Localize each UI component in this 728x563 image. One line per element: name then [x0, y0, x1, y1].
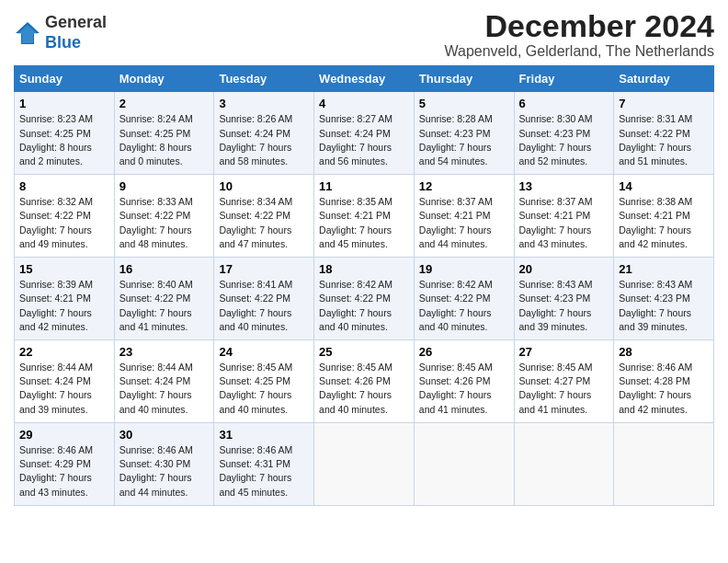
day-number: 7	[619, 97, 709, 110]
calendar-cell: 21 Sunrise: 8:43 AM Sunset: 4:23 PM Dayl…	[614, 258, 714, 340]
svg-marker-1	[17, 25, 38, 43]
day-number: 29	[19, 428, 109, 442]
day-info: Sunrise: 8:44 AM Sunset: 4:24 PM Dayligh…	[119, 361, 210, 417]
day-number: 3	[219, 97, 309, 110]
weekday-header-row: SundayMondayTuesdayWednesdayThursdayFrid…	[15, 66, 714, 92]
calendar-cell: 31 Sunrise: 8:46 AM Sunset: 4:31 PM Dayl…	[214, 422, 314, 505]
day-number: 26	[419, 345, 509, 359]
day-info: Sunrise: 8:33 AM Sunset: 4:22 PM Dayligh…	[119, 195, 210, 251]
day-info: Sunrise: 8:43 AM Sunset: 4:23 PM Dayligh…	[619, 278, 709, 334]
day-info: Sunrise: 8:45 AM Sunset: 4:25 PM Dayligh…	[219, 361, 309, 417]
logo-text: General Blue	[45, 13, 107, 52]
calendar-week-0: 1 Sunrise: 8:23 AM Sunset: 4:25 PM Dayli…	[15, 92, 714, 175]
weekday-thursday: Thursday	[414, 66, 514, 92]
day-number: 25	[319, 345, 409, 359]
day-number: 22	[19, 345, 109, 359]
day-info: Sunrise: 8:34 AM Sunset: 4:22 PM Dayligh…	[219, 195, 309, 251]
calendar-cell: 7 Sunrise: 8:31 AM Sunset: 4:22 PM Dayli…	[614, 92, 714, 175]
day-info: Sunrise: 8:43 AM Sunset: 4:23 PM Dayligh…	[519, 278, 609, 334]
day-info: Sunrise: 8:27 AM Sunset: 4:24 PM Dayligh…	[319, 112, 409, 168]
day-info: Sunrise: 8:45 AM Sunset: 4:26 PM Dayligh…	[319, 361, 409, 417]
calendar-cell: 15 Sunrise: 8:39 AM Sunset: 4:21 PM Dayl…	[15, 258, 115, 340]
page-header: General Blue December 2024 Wapenveld, Ge…	[14, 9, 714, 60]
day-number: 6	[519, 97, 609, 110]
calendar-cell: 11 Sunrise: 8:35 AM Sunset: 4:21 PM Dayl…	[314, 175, 415, 258]
weekday-monday: Monday	[114, 66, 214, 92]
day-number: 17	[219, 262, 309, 276]
day-info: Sunrise: 8:42 AM Sunset: 4:22 PM Dayligh…	[319, 278, 409, 334]
calendar-body: 1 Sunrise: 8:23 AM Sunset: 4:25 PM Dayli…	[15, 92, 714, 505]
calendar-header: SundayMondayTuesdayWednesdayThursdayFrid…	[15, 66, 714, 92]
day-info: Sunrise: 8:31 AM Sunset: 4:22 PM Dayligh…	[619, 112, 709, 168]
calendar-week-2: 15 Sunrise: 8:39 AM Sunset: 4:21 PM Dayl…	[15, 258, 714, 340]
day-number: 10	[219, 179, 309, 193]
day-number: 28	[619, 345, 709, 359]
weekday-friday: Friday	[514, 66, 614, 92]
calendar-cell	[414, 422, 514, 505]
weekday-tuesday: Tuesday	[214, 66, 314, 92]
day-info: Sunrise: 8:39 AM Sunset: 4:21 PM Dayligh…	[19, 278, 109, 334]
day-info: Sunrise: 8:42 AM Sunset: 4:22 PM Dayligh…	[419, 278, 509, 334]
calendar-cell: 17 Sunrise: 8:41 AM Sunset: 4:22 PM Dayl…	[214, 258, 314, 340]
day-info: Sunrise: 8:35 AM Sunset: 4:21 PM Dayligh…	[319, 195, 409, 251]
calendar-cell: 22 Sunrise: 8:44 AM Sunset: 4:24 PM Dayl…	[15, 340, 115, 423]
day-number: 11	[319, 179, 409, 193]
day-info: Sunrise: 8:46 AM Sunset: 4:31 PM Dayligh…	[219, 443, 309, 500]
calendar-cell: 24 Sunrise: 8:45 AM Sunset: 4:25 PM Dayl…	[214, 340, 314, 423]
calendar-cell: 3 Sunrise: 8:26 AM Sunset: 4:24 PM Dayli…	[214, 92, 314, 175]
title-block: December 2024 Wapenveld, Gelderland, The…	[444, 9, 714, 60]
calendar-cell: 10 Sunrise: 8:34 AM Sunset: 4:22 PM Dayl…	[214, 175, 314, 258]
calendar-cell: 8 Sunrise: 8:32 AM Sunset: 4:22 PM Dayli…	[15, 175, 115, 258]
day-info: Sunrise: 8:28 AM Sunset: 4:23 PM Dayligh…	[419, 112, 509, 168]
calendar-week-4: 29 Sunrise: 8:46 AM Sunset: 4:29 PM Dayl…	[15, 422, 714, 505]
calendar-cell: 4 Sunrise: 8:27 AM Sunset: 4:24 PM Dayli…	[314, 92, 415, 175]
day-number: 16	[119, 262, 210, 276]
day-info: Sunrise: 8:30 AM Sunset: 4:23 PM Dayligh…	[519, 112, 609, 168]
day-info: Sunrise: 8:26 AM Sunset: 4:24 PM Dayligh…	[219, 112, 309, 168]
day-info: Sunrise: 8:45 AM Sunset: 4:26 PM Dayligh…	[419, 361, 509, 417]
calendar-cell	[514, 422, 614, 505]
day-info: Sunrise: 8:44 AM Sunset: 4:24 PM Dayligh…	[19, 361, 109, 417]
calendar-cell: 14 Sunrise: 8:38 AM Sunset: 4:21 PM Dayl…	[614, 175, 714, 258]
calendar-cell: 20 Sunrise: 8:43 AM Sunset: 4:23 PM Dayl…	[514, 258, 614, 340]
calendar-cell: 25 Sunrise: 8:45 AM Sunset: 4:26 PM Dayl…	[314, 340, 415, 423]
day-number: 23	[119, 345, 210, 359]
day-info: Sunrise: 8:38 AM Sunset: 4:21 PM Dayligh…	[619, 195, 709, 251]
day-number: 4	[319, 97, 409, 110]
calendar-cell: 30 Sunrise: 8:46 AM Sunset: 4:30 PM Dayl…	[114, 422, 214, 505]
day-number: 18	[319, 262, 409, 276]
day-number: 2	[119, 97, 210, 110]
calendar-cell	[614, 422, 714, 505]
day-number: 31	[219, 428, 309, 442]
logo-icon	[14, 20, 41, 46]
calendar-cell: 16 Sunrise: 8:40 AM Sunset: 4:22 PM Dayl…	[114, 258, 214, 340]
day-info: Sunrise: 8:32 AM Sunset: 4:22 PM Dayligh…	[19, 195, 109, 251]
calendar-cell: 27 Sunrise: 8:45 AM Sunset: 4:27 PM Dayl…	[514, 340, 614, 423]
calendar-cell: 23 Sunrise: 8:44 AM Sunset: 4:24 PM Dayl…	[114, 340, 214, 423]
calendar-cell: 28 Sunrise: 8:46 AM Sunset: 4:28 PM Dayl…	[614, 340, 714, 423]
calendar-week-1: 8 Sunrise: 8:32 AM Sunset: 4:22 PM Dayli…	[15, 175, 714, 258]
calendar-table: SundayMondayTuesdayWednesdayThursdayFrid…	[14, 65, 714, 505]
calendar-cell: 6 Sunrise: 8:30 AM Sunset: 4:23 PM Dayli…	[514, 92, 614, 175]
calendar-week-3: 22 Sunrise: 8:44 AM Sunset: 4:24 PM Dayl…	[15, 340, 714, 423]
calendar-cell: 1 Sunrise: 8:23 AM Sunset: 4:25 PM Dayli…	[15, 92, 115, 175]
day-number: 12	[419, 179, 509, 193]
day-number: 27	[519, 345, 609, 359]
day-number: 24	[219, 345, 309, 359]
weekday-saturday: Saturday	[614, 66, 714, 92]
day-number: 14	[619, 179, 709, 193]
calendar-cell: 9 Sunrise: 8:33 AM Sunset: 4:22 PM Dayli…	[114, 175, 214, 258]
day-number: 13	[519, 179, 609, 193]
day-info: Sunrise: 8:37 AM Sunset: 4:21 PM Dayligh…	[519, 195, 609, 251]
calendar-cell: 13 Sunrise: 8:37 AM Sunset: 4:21 PM Dayl…	[514, 175, 614, 258]
day-info: Sunrise: 8:45 AM Sunset: 4:27 PM Dayligh…	[519, 361, 609, 417]
day-info: Sunrise: 8:41 AM Sunset: 4:22 PM Dayligh…	[219, 278, 309, 334]
calendar-cell: 19 Sunrise: 8:42 AM Sunset: 4:22 PM Dayl…	[414, 258, 514, 340]
calendar-cell	[314, 422, 415, 505]
day-number: 1	[19, 97, 109, 110]
day-info: Sunrise: 8:46 AM Sunset: 4:28 PM Dayligh…	[619, 361, 709, 417]
calendar-cell: 29 Sunrise: 8:46 AM Sunset: 4:29 PM Dayl…	[15, 422, 115, 505]
day-number: 30	[119, 428, 210, 442]
calendar-cell: 18 Sunrise: 8:42 AM Sunset: 4:22 PM Dayl…	[314, 258, 415, 340]
month-title: December 2024	[444, 9, 714, 43]
